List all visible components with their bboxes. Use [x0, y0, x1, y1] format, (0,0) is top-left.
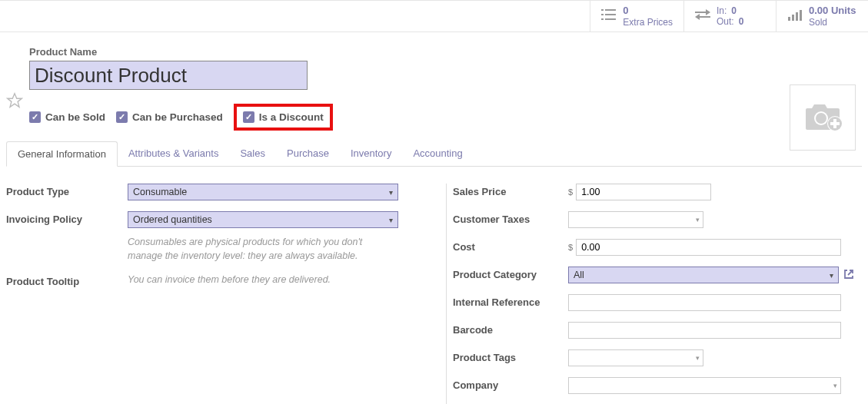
barcode-label: Barcode	[453, 322, 568, 336]
svg-rect-15	[830, 122, 840, 125]
stat-in-out[interactable]: In:0 Out:0	[683, 1, 776, 31]
tab-general[interactable]: General Information	[6, 141, 118, 167]
product-tooltip-label: Product Tooltip	[6, 273, 128, 287]
bars-icon	[787, 8, 803, 25]
svg-rect-4	[601, 18, 604, 20]
out-label: Out:	[717, 16, 734, 27]
tab-purchase[interactable]: Purchase	[276, 141, 340, 166]
product-category-label: Product Category	[453, 267, 568, 280]
can-be-sold-label: Can be Sold	[45, 111, 105, 123]
chevron-down-icon: ▾	[696, 354, 700, 362]
stat-sold[interactable]: 0.00 Units Sold	[776, 1, 868, 31]
external-link-icon[interactable]	[843, 269, 854, 282]
chevron-down-icon: ▾	[833, 382, 837, 389]
tab-sales[interactable]: Sales	[229, 141, 276, 166]
currency-symbol: $	[568, 187, 573, 197]
left-column: Product Type Consumable ▾ Invoicing Poli…	[6, 184, 415, 404]
invoicing-policy-value: Ordered quantities	[133, 214, 212, 225]
product-type-help: Consumables are physical products for wh…	[128, 236, 398, 263]
product-tags-label: Product Tags	[453, 349, 568, 363]
flag-is-discount[interactable]: ✓ Is a Discount	[243, 111, 324, 123]
invoicing-policy-help: You can invoice them before they are del…	[128, 273, 398, 287]
chevron-down-icon: ▾	[830, 271, 833, 280]
stat-extra-prices[interactable]: 0 Extra Prices	[590, 1, 683, 31]
sales-price-label: Sales Price	[453, 184, 568, 197]
svg-point-11	[816, 113, 826, 124]
product-name-label: Product Name	[29, 46, 862, 58]
checkbox-checked-icon: ✓	[116, 111, 128, 123]
checkbox-checked-icon: ✓	[29, 111, 41, 123]
product-tags-input[interactable]: ▾	[568, 349, 703, 366]
company-label: Company	[453, 377, 568, 391]
sales-price-input[interactable]	[576, 184, 711, 200]
cost-input[interactable]	[576, 239, 841, 256]
tab-attributes[interactable]: Attributes & Variants	[118, 141, 230, 166]
customer-taxes-label: Customer Taxes	[453, 211, 568, 225]
transfer-icon	[695, 8, 710, 25]
chevron-down-icon: ▾	[389, 188, 393, 197]
extra-prices-value: 0	[623, 5, 673, 17]
tab-inventory[interactable]: Inventory	[340, 141, 402, 166]
svg-rect-6	[788, 17, 790, 21]
right-column: Sales Price $ Customer Taxes ▾ Cost $	[446, 184, 862, 404]
camera-plus-icon	[801, 101, 844, 134]
form-sheet: Product Name ✓ Can be Sold ✓ Can be Purc…	[0, 32, 868, 404]
out-value: 0	[739, 16, 744, 27]
flag-can-be-sold[interactable]: ✓ Can be Sold	[29, 111, 105, 123]
can-be-purchased-label: Can be Purchased	[132, 111, 223, 123]
is-discount-label: Is a Discount	[259, 111, 324, 123]
sold-label: Sold	[809, 17, 856, 28]
flag-can-be-purchased[interactable]: ✓ Can be Purchased	[116, 111, 223, 123]
is-discount-highlight: ✓ Is a Discount	[234, 104, 333, 131]
cost-label: Cost	[453, 239, 568, 253]
product-type-label: Product Type	[6, 184, 128, 197]
product-name-input[interactable]	[29, 61, 308, 90]
svg-rect-1	[605, 9, 616, 11]
product-type-select[interactable]: Consumable ▾	[128, 184, 398, 200]
sold-value: 0.00 Units	[809, 5, 856, 17]
invoicing-policy-label: Invoicing Policy	[6, 211, 128, 225]
svg-rect-9	[800, 10, 802, 21]
svg-rect-7	[792, 15, 794, 21]
checkbox-checked-icon: ✓	[243, 111, 254, 123]
svg-rect-8	[796, 12, 798, 21]
extra-prices-label: Extra Prices	[623, 17, 673, 28]
currency-symbol: $	[568, 243, 573, 252]
svg-rect-2	[601, 14, 604, 15]
product-category-value: All	[574, 270, 584, 280]
product-image-placeholder[interactable]	[790, 84, 856, 151]
invoicing-policy-select[interactable]: Ordered quantities ▾	[128, 211, 398, 228]
in-value: 0	[731, 5, 737, 16]
svg-rect-3	[605, 14, 616, 15]
chevron-down-icon: ▾	[389, 216, 393, 224]
internal-reference-label: Internal Reference	[453, 294, 568, 308]
product-category-select[interactable]: All ▾	[568, 267, 839, 283]
company-select[interactable]: ▾	[568, 377, 841, 394]
svg-rect-5	[605, 18, 616, 20]
tab-content-general: Product Type Consumable ▾ Invoicing Poli…	[6, 167, 862, 404]
internal-reference-input[interactable]	[568, 294, 841, 311]
list-icon	[601, 8, 617, 25]
barcode-input[interactable]	[568, 322, 841, 339]
tab-accounting[interactable]: Accounting	[402, 141, 473, 166]
svg-rect-0	[601, 9, 604, 11]
chevron-down-icon: ▾	[696, 216, 700, 224]
customer-taxes-input[interactable]: ▾	[568, 211, 703, 228]
favorite-star-icon[interactable]	[6, 92, 23, 114]
in-label: In:	[717, 5, 727, 16]
stat-bar: 0 Extra Prices In:0 Out:0 0.00 Units Sol…	[0, 0, 868, 32]
tabs: General Information Attributes & Variant…	[6, 141, 862, 167]
product-type-value: Consumable	[133, 187, 187, 197]
